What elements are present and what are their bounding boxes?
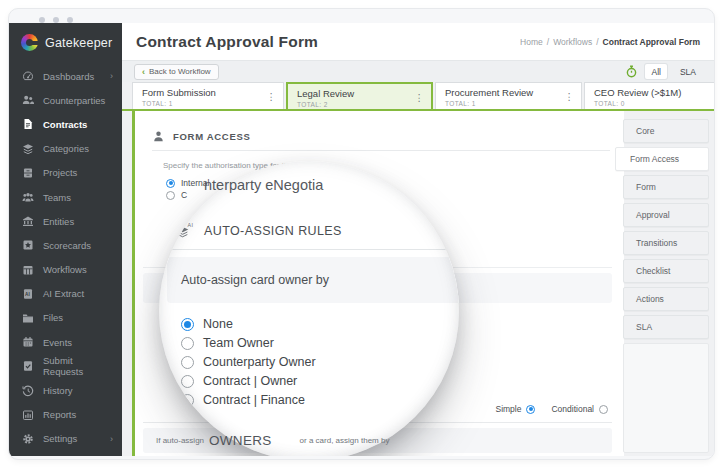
mode-conditional[interactable]: Conditional [551, 404, 608, 414]
tab-column-spacer [623, 343, 709, 453]
phase-tab-bar: Form Submission TOTAL: 1 ⋮ Legal Review … [122, 82, 714, 111]
gauge-icon [22, 70, 34, 82]
kebab-menu-icon[interactable]: ⋮ [565, 91, 575, 102]
sidebar-item-dashboards[interactable]: Dashboards › [9, 64, 122, 88]
phase-tab-legal-review[interactable]: Legal Review TOTAL: 2 ⋮ [286, 82, 433, 109]
rule-mode-toggle: Simple Conditional [495, 404, 608, 414]
mode-simple[interactable]: Simple [495, 404, 535, 414]
phase-settings-tabs: Core Form Access Form Approval Transitio… [623, 119, 709, 453]
history-clock-icon [22, 385, 34, 397]
phase-tab-procurement-review[interactable]: Procurement Review TOTAL: 1 ⋮ [435, 82, 582, 109]
form-access-heading: FORM ACCESS [152, 130, 251, 143]
sidebar-item-reports[interactable]: Reports [9, 403, 122, 427]
teams-icon [22, 191, 34, 203]
star-card-icon [22, 239, 34, 251]
kebab-menu-icon[interactable]: ⋮ [267, 91, 277, 102]
breadcrumb-current: Contract Approval Form [603, 37, 700, 47]
page-title: Contract Approval Form [136, 33, 318, 51]
radio-contract-owner[interactable]: Contract | Owner [181, 373, 316, 389]
window-dot-icon[interactable] [67, 17, 73, 23]
bar-chart-icon [22, 409, 34, 421]
magnifier-loupe: AI AUTO-ASSIGN RULES Auto-assign card ow… [159, 161, 459, 456]
radio-counterparty-owner[interactable]: Counterparty Owner [181, 354, 316, 370]
chevron-right-icon: › [110, 434, 113, 444]
brand-logo: Gatekeeper [9, 23, 122, 60]
sidebar-item-contracts[interactable]: Contracts [9, 112, 122, 136]
auto-assign-owner-label: Auto-assign card owner by [167, 257, 459, 303]
sidebar-item-workflows[interactable]: Workflows [9, 258, 122, 282]
radio-icon[interactable] [166, 191, 175, 200]
breadcrumb-home[interactable]: Home [520, 37, 543, 47]
chevron-right-icon: › [110, 71, 113, 81]
auto-assign-heading: AI AUTO-ASSIGN RULES [174, 221, 342, 240]
radio-icon[interactable] [181, 356, 194, 369]
radio-selected-icon[interactable] [526, 405, 535, 414]
calendar-icon [22, 336, 34, 348]
divider [152, 150, 610, 151]
tab-transitions[interactable]: Transitions [623, 231, 709, 255]
window-controls[interactable] [39, 17, 73, 23]
sidebar-item-scorecards[interactable]: Scorecards [9, 233, 122, 257]
breadcrumb-workflows[interactable]: Workflows [553, 37, 592, 47]
phase-tab-ceo-review[interactable]: CEO Review (>$1M) TOTAL: 0 [584, 82, 714, 109]
filter-all-button[interactable]: All [645, 64, 666, 79]
magnified-text-fragment: nterparty eNegotia [204, 177, 323, 193]
sidebar-item-projects[interactable]: Projects [9, 161, 122, 185]
workflow-grid-icon [22, 264, 34, 276]
magnified-text-fragment: OWNERS [209, 433, 272, 448]
sidebar-item-history[interactable]: History [9, 378, 122, 402]
radio-selected-icon[interactable] [166, 179, 175, 188]
people-icon [22, 94, 34, 106]
radio-team-owner[interactable]: Team Owner [181, 335, 316, 351]
gatekeeper-logo-icon [21, 34, 38, 51]
radio-selected-icon[interactable] [181, 318, 194, 331]
radio-counterparty[interactable]: C [166, 190, 187, 200]
radio-contract-finance[interactable]: Contract | Finance [181, 392, 316, 408]
sidebar-item-counterparties[interactable]: Counterparties [9, 88, 122, 112]
sidebar-item-submit-requests[interactable]: Submit Requests [9, 354, 122, 378]
back-to-workflow-button[interactable]: ‹ Back to Workflow [134, 64, 219, 80]
sidebar-item-categories[interactable]: Categories [9, 137, 122, 161]
sidebar-nav: Dashboards › Counterparties Contracts Ca… [9, 60, 122, 456]
person-icon [152, 130, 165, 143]
ai-document-icon: AI [22, 288, 34, 300]
breadcrumb-separator: / [596, 37, 598, 47]
radio-icon[interactable] [181, 337, 194, 350]
sidebar-item-files[interactable]: Files [9, 306, 122, 330]
window-dot-icon[interactable] [39, 17, 45, 23]
tab-form-access[interactable]: Form Access [615, 147, 709, 171]
radio-icon[interactable] [181, 375, 194, 388]
phase-content: FORM ACCESS Specify the authorisation ty… [122, 111, 714, 456]
toolbar: ‹ Back to Workflow All SLA [122, 60, 714, 82]
cabinet-icon [22, 167, 34, 179]
sidebar-item-settings[interactable]: Settings › [9, 427, 122, 451]
window-dot-icon[interactable] [53, 17, 59, 23]
tab-checklist[interactable]: Checklist [623, 259, 709, 283]
sidebar-item-entities[interactable]: Entities [9, 209, 122, 233]
radio-internal[interactable]: Internal [166, 178, 209, 188]
app-window: Gatekeeper Dashboards › Counterparties C… [8, 8, 715, 460]
document-check-icon [22, 360, 34, 372]
sla-timer-icon[interactable] [625, 65, 638, 78]
tab-core[interactable]: Core [623, 119, 709, 143]
sidebar: Gatekeeper Dashboards › Counterparties C… [9, 23, 122, 456]
radio-icon[interactable] [599, 405, 608, 414]
breadcrumb: Home / Workflows / Contract Approval For… [520, 37, 700, 47]
tab-sla[interactable]: SLA [623, 315, 709, 339]
phase-tab-form-submission[interactable]: Form Submission TOTAL: 1 ⋮ [132, 82, 284, 109]
tab-form[interactable]: Form [623, 175, 709, 199]
sidebar-item-events[interactable]: Events [9, 330, 122, 354]
main-area: Contract Approval Form Home / Workflows … [122, 23, 714, 456]
tab-actions[interactable]: Actions [623, 287, 709, 311]
kebab-menu-icon[interactable]: ⋮ [415, 92, 425, 103]
layers-icon [22, 143, 34, 155]
radio-none[interactable]: None [181, 316, 316, 332]
brand-name: Gatekeeper [45, 36, 112, 50]
sidebar-item-teams[interactable]: Teams [9, 185, 122, 209]
folder-icon [22, 312, 34, 324]
contract-icon [22, 118, 34, 130]
auto-assign-options: None Team Owner Counterparty Owner [181, 316, 316, 408]
filter-sla-button[interactable]: SLA [674, 64, 702, 79]
sidebar-item-ai-extract[interactable]: AI AI Extract [9, 282, 122, 306]
tab-approval[interactable]: Approval [623, 203, 709, 227]
